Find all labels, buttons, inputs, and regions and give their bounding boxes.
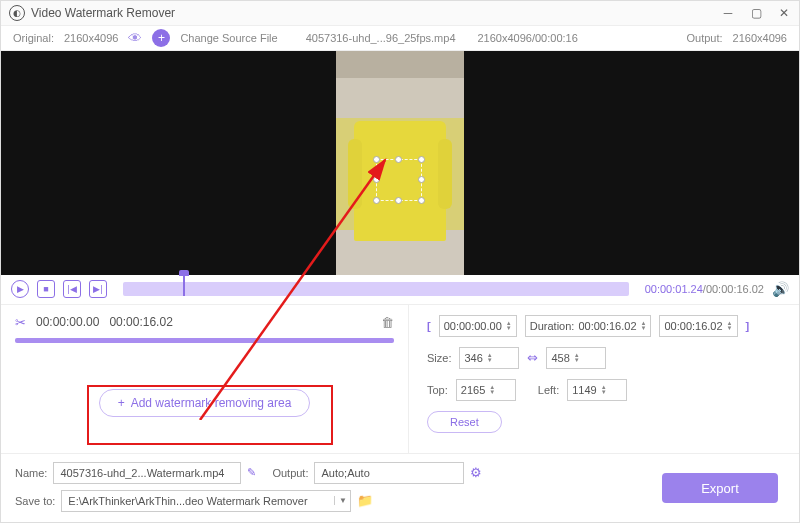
mid-row: ✂ 00:00:00.00 00:00:16.02 🗑 + Add waterm… xyxy=(1,305,799,453)
output-format-input[interactable]: Auto;Auto xyxy=(314,462,464,484)
left-label: Left: xyxy=(538,384,559,396)
scissors-icon[interactable]: ✂ xyxy=(15,315,26,330)
timeline-scrubber[interactable] xyxy=(123,282,629,296)
top-input[interactable]: 2165▲▼ xyxy=(456,379,516,401)
size-label: Size: xyxy=(427,352,451,364)
original-label: Original: xyxy=(13,32,54,44)
range-end-bracket-icon[interactable]: ] xyxy=(746,320,750,332)
window-title: Video Watermark Remover xyxy=(31,6,175,20)
save-to-label: Save to: xyxy=(15,495,55,507)
info-bar: Original: 2160x4096 👁 + Change Source Fi… xyxy=(1,26,799,51)
annotation-highlight xyxy=(87,385,333,445)
segment-bar[interactable] xyxy=(15,338,394,343)
name-label: Name: xyxy=(15,467,47,479)
prev-frame-button[interactable]: |◀ xyxy=(63,280,81,298)
properties-pane: [ 00:00:00.00▲▼ Duration:00:00:16.02▲▼ 0… xyxy=(409,305,799,453)
segment-end: 00:00:16.02 xyxy=(109,315,172,329)
link-ratio-icon[interactable]: ⇔ xyxy=(527,350,538,365)
next-frame-button[interactable]: ▶| xyxy=(89,280,107,298)
play-button[interactable]: ▶ xyxy=(11,280,29,298)
output-resolution: 2160x4096 xyxy=(733,32,787,44)
video-frame xyxy=(336,51,464,275)
app-window: ◐ Video Watermark Remover ─ ▢ ✕ Original… xyxy=(0,0,800,523)
export-button[interactable]: Export xyxy=(662,473,778,503)
range-end-input[interactable]: 00:00:16.02▲▼ xyxy=(659,315,737,337)
range-start-input[interactable]: 00:00:00.00▲▼ xyxy=(439,315,517,337)
time-current: 00:00:01.24 xyxy=(645,283,703,295)
preview-toggle-icon[interactable]: 👁 xyxy=(128,30,142,46)
timecode: 00:00:01.24/00:00:16.02 xyxy=(645,283,764,295)
volume-icon[interactable]: 🔊 xyxy=(772,281,789,297)
save-to-input[interactable]: E:\ArkThinker\ArkThin...deo Watermark Re… xyxy=(61,490,351,512)
edit-name-icon[interactable]: ✎ xyxy=(247,466,256,479)
output-label: Output: xyxy=(686,32,722,44)
change-source-label[interactable]: Change Source File xyxy=(180,32,277,44)
maximize-button[interactable]: ▢ xyxy=(749,6,763,20)
source-filename: 4057316-uhd_...96_25fps.mp4 xyxy=(306,32,456,44)
minimize-button[interactable]: ─ xyxy=(721,6,735,20)
close-button[interactable]: ✕ xyxy=(777,6,791,20)
playhead[interactable] xyxy=(183,276,185,296)
source-res-time: 2160x4096/00:00:16 xyxy=(478,32,578,44)
top-label: Top: xyxy=(427,384,448,396)
left-input[interactable]: 1149▲▼ xyxy=(567,379,627,401)
stop-button[interactable]: ■ xyxy=(37,280,55,298)
save-to-dropdown[interactable]: ▼ xyxy=(334,496,350,505)
output-format-label: Output: xyxy=(272,467,308,479)
open-folder-icon[interactable]: 📁 xyxy=(357,493,373,508)
video-preview[interactable] xyxy=(1,51,799,275)
playback-controls: ▶ ■ |◀ ▶| 00:00:01.24/00:00:16.02 🔊 xyxy=(1,275,799,305)
time-total: 00:00:16.02 xyxy=(706,283,764,295)
size-height-input[interactable]: 458▲▼ xyxy=(546,347,606,369)
size-width-input[interactable]: 346▲▼ xyxy=(459,347,519,369)
delete-segment-icon[interactable]: 🗑 xyxy=(381,315,394,330)
segment-start: 00:00:00.00 xyxy=(36,315,99,329)
segment-pane: ✂ 00:00:00.00 00:00:16.02 🗑 + Add waterm… xyxy=(1,305,409,453)
reset-button[interactable]: Reset xyxy=(427,411,502,433)
title-bar: ◐ Video Watermark Remover ─ ▢ ✕ xyxy=(1,1,799,26)
output-settings-icon[interactable]: ⚙ xyxy=(470,465,482,480)
app-logo-icon: ◐ xyxy=(9,5,25,21)
original-resolution: 2160x4096 xyxy=(64,32,118,44)
range-duration-input[interactable]: Duration:00:00:16.02▲▼ xyxy=(525,315,652,337)
add-source-button[interactable]: + xyxy=(152,29,170,47)
watermark-selection-box[interactable] xyxy=(376,159,422,201)
range-start-bracket-icon[interactable]: [ xyxy=(427,320,431,332)
name-input[interactable]: 4057316-uhd_2...Watermark.mp4 xyxy=(53,462,241,484)
